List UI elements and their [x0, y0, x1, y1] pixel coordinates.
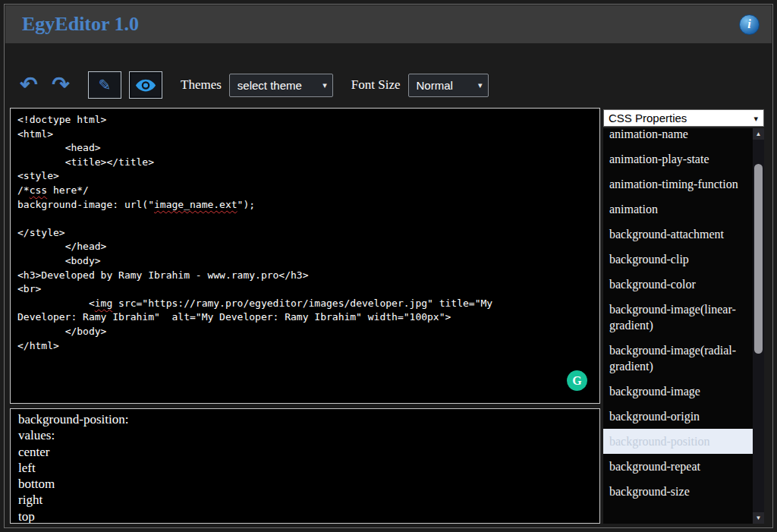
scroll-down-button[interactable]: ▼	[753, 512, 764, 524]
css-property-item[interactable]: background-clip	[603, 247, 753, 272]
theme-select[interactable]: select theme	[229, 74, 333, 97]
css-properties-list-area: animation-name animation-play-state anim…	[603, 128, 764, 524]
scroll-down-icon: ▼	[756, 515, 762, 521]
css-properties-select[interactable]: CSS Properties	[603, 109, 764, 127]
info-line: top	[18, 508, 592, 524]
css-property-item[interactable]: animation-play-state	[603, 146, 753, 172]
info-icon: i	[747, 17, 750, 31]
preview-button[interactable]	[129, 71, 162, 99]
css-property-item[interactable]: animation-timing-function	[603, 172, 753, 197]
redo-icon: ↷	[52, 73, 69, 96]
css-property-item[interactable]: background-size	[603, 479, 753, 504]
css-property-item[interactable]: background-color	[603, 272, 753, 297]
scrollbar-track[interactable]	[753, 140, 764, 512]
code-editor-content[interactable]: <!doctype html> <html> <head> <title></t…	[17, 113, 593, 353]
theme-select-wrap: select theme ▾	[229, 74, 333, 97]
edit-pencil-icon: ✎	[99, 77, 112, 93]
undo-button[interactable]: ↶	[15, 69, 42, 101]
grammarly-button[interactable]: G	[567, 370, 587, 391]
font-size-label: Font Size	[351, 77, 401, 93]
props-scrollbar[interactable]: ▲ ▼	[753, 128, 764, 524]
css-property-item[interactable]: background-repeat	[603, 454, 753, 479]
redo-button[interactable]: ↷	[47, 69, 74, 101]
css-property-item[interactable]: background-attachment	[603, 222, 753, 247]
scrollbar-thumb[interactable]	[754, 164, 763, 354]
info-line: left	[18, 460, 592, 476]
css-property-item[interactable]: background-position	[603, 429, 753, 454]
eye-icon	[135, 78, 156, 93]
grammarly-icon: G	[572, 374, 581, 388]
css-properties-list: animation-name animation-play-state anim…	[603, 128, 753, 524]
info-line: right	[18, 492, 592, 508]
header: EgyEditor 1.0 i	[5, 5, 772, 43]
themes-label: Themes	[181, 77, 222, 93]
font-size-select[interactable]: Normal	[408, 74, 489, 97]
css-properties-panel: CSS Properties ▾ animation-name animatio…	[603, 109, 764, 524]
css-properties-select-wrap: CSS Properties ▾	[603, 109, 764, 127]
font-size-select-wrap: Normal ▾	[408, 74, 489, 97]
property-info-panel: background-position: values: center left…	[10, 408, 600, 524]
info-button[interactable]: i	[739, 14, 760, 35]
code-editor[interactable]: <!doctype html> <html> <head> <title></t…	[10, 108, 600, 404]
info-line: values:	[18, 427, 592, 443]
undo-icon: ↶	[20, 73, 37, 96]
css-property-item[interactable]: background-origin	[603, 404, 753, 429]
info-line: center	[18, 444, 592, 460]
toolbar: ↶ ↷ ✎ Themes select theme ▾ Font Size No…	[15, 68, 489, 102]
info-line: bottom	[18, 476, 592, 492]
css-property-item[interactable]: background-image	[603, 379, 753, 404]
css-property-item[interactable]: background-image(radial-gradient)	[603, 338, 753, 379]
app-title: EgyEditor 1.0	[22, 13, 739, 36]
css-property-item[interactable]: animation-name	[603, 128, 753, 146]
scroll-up-button[interactable]: ▲	[753, 128, 764, 140]
scroll-up-icon: ▲	[756, 131, 762, 137]
edit-button[interactable]: ✎	[88, 71, 121, 99]
egyeditor-app: EgyEditor 1.0 i ↶ ↷ ✎ Themes select them…	[0, 0, 777, 532]
css-property-item[interactable]: animation	[603, 197, 753, 222]
info-line: background-position:	[18, 411, 592, 427]
css-property-item[interactable]: background-image(linear-gradient)	[603, 297, 753, 338]
